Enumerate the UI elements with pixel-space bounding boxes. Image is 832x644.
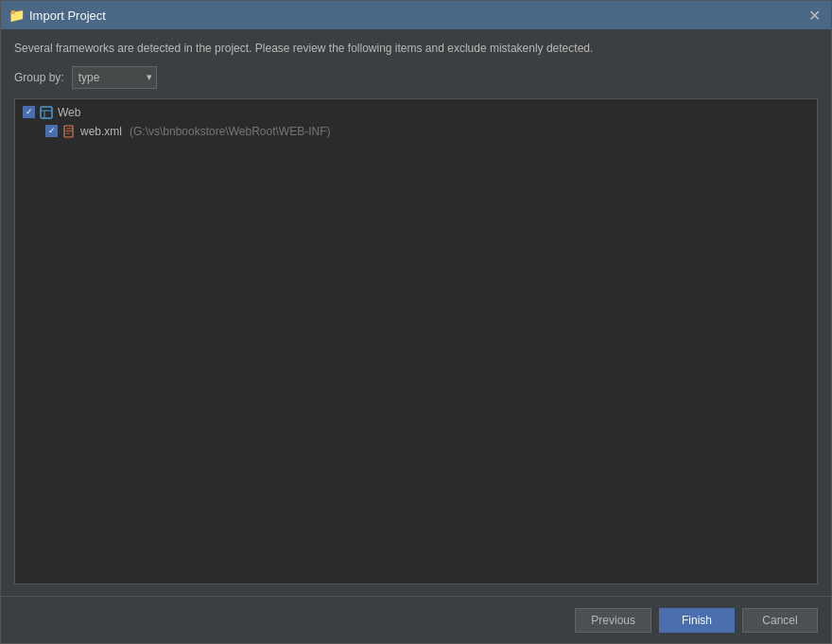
import-project-dialog: 📁 Import Project ✕ Several frameworks ar…: [0, 0, 832, 644]
group-by-select-wrapper: type name: [72, 66, 157, 89]
finish-button[interactable]: Finish: [659, 608, 735, 633]
group-by-label: Group by:: [14, 71, 64, 84]
tree-item-webxml[interactable]: web.xml (G:\vs\bnbookstore\WebRoot\WEB-I…: [15, 122, 817, 141]
group-by-select[interactable]: type name: [72, 66, 157, 89]
web-item-label: Web: [58, 106, 80, 119]
webxml-label: web.xml: [80, 125, 122, 138]
svg-rect-3: [64, 126, 73, 137]
dialog-footer: Previous Finish Cancel: [1, 596, 831, 643]
cancel-button[interactable]: Cancel: [742, 608, 818, 633]
title-bar-left: 📁 Import Project: [9, 8, 106, 23]
dialog-body: Several frameworks are detected in the p…: [1, 29, 831, 596]
xml-file-icon: [61, 124, 77, 139]
tree-item-web[interactable]: Web: [15, 103, 817, 122]
close-button[interactable]: ✕: [805, 6, 823, 25]
webxml-path: (G:\vs\bnbookstore\WebRoot\WEB-INF): [130, 125, 331, 138]
dialog-icon: 📁: [9, 8, 24, 23]
web-framework-icon: [39, 105, 54, 120]
previous-button[interactable]: Previous: [575, 608, 651, 633]
dialog-title: Import Project: [29, 9, 106, 23]
group-by-row: Group by: type name: [14, 66, 818, 89]
info-message: Several frameworks are detected in the p…: [14, 41, 818, 57]
checkbox-webxml[interactable]: [45, 125, 58, 137]
frameworks-tree: Web web.xml (G:\vs\bnbookstore\WebRoot\W…: [14, 98, 818, 584]
svg-rect-0: [41, 107, 52, 118]
title-bar: 📁 Import Project ✕: [1, 1, 831, 29]
checkbox-web[interactable]: [23, 106, 35, 118]
